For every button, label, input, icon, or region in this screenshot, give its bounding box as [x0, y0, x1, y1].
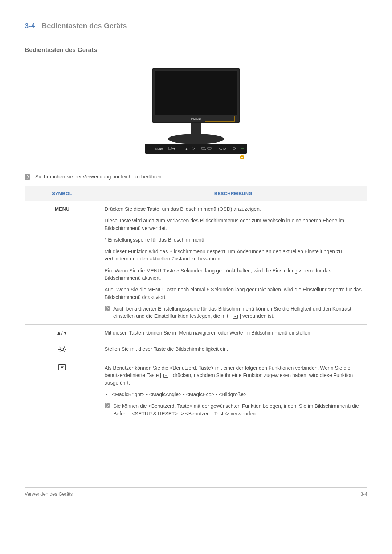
svg-rect-6 — [191, 123, 201, 137]
svg-rect-1 — [155, 71, 237, 115]
sub-heading: Bedientasten des Geräts — [25, 46, 367, 54]
monitor-figure: SAMSUNG MENU /▼ ▲ / / AUTO A — [25, 65, 367, 160]
th-description: BESCHREIBUNG — [99, 186, 367, 201]
svg-text:A: A — [241, 156, 243, 159]
menu-p4: Mit dieser Funktion wird das Bildschirmm… — [105, 248, 362, 263]
desc-brightness: Stellen Sie mit dieser Taste die Bildsch… — [99, 341, 367, 360]
custom-bullet-text: <MagicBright> - <MagicAngle> - <MagicEco… — [112, 391, 246, 398]
section-header: 3-4 Bedientasten des Geräts — [25, 22, 367, 33]
desc-menu: Drücken Sie diese Taste, um das Bildschi… — [99, 201, 367, 325]
table-row: Stellen Sie mit dieser Taste die Bildsch… — [25, 341, 367, 360]
svg-line-32 — [60, 351, 60, 352]
brightness-icon — [58, 345, 66, 353]
menu-note: Auch bei aktivierter Einstellungssperre … — [105, 305, 362, 320]
note-icon — [105, 403, 110, 408]
symbol-arrows: ▲/▼ — [25, 324, 99, 341]
svg-line-30 — [60, 347, 60, 348]
custom-p1: Als Benutzer können Sie die <Benutzerd. … — [105, 364, 362, 386]
svg-text:AUTO: AUTO — [219, 148, 226, 150]
desc-arrows: Mit diesen Tasten können Sie im Menü nav… — [99, 324, 367, 341]
menu-note-a: Auch bei aktivierter Einstellungssperre … — [113, 306, 351, 319]
arrows-p1: Mit diesen Tasten können Sie im Menü nav… — [105, 329, 362, 336]
custom-key-icon — [233, 315, 238, 319]
menu-p6: Aus: Wenn Sie die MENU-Taste noch einmal… — [105, 286, 362, 301]
custom-note-text: Sie können die <Benutzerd. Taste> mit de… — [113, 402, 362, 417]
monitor-illustration: SAMSUNG MENU /▼ ▲ / / AUTO A — [131, 65, 261, 159]
bullet-icon — [106, 394, 107, 395]
svg-text:MENU: MENU — [155, 148, 163, 150]
menu-p3: * Einstellungssperre für das Bildschirmm… — [105, 236, 362, 243]
symbol-menu: MENU — [25, 201, 99, 325]
bright-p1: Stellen Sie mit dieser Taste die Bildsch… — [105, 345, 362, 353]
custom-note: Sie können die <Benutzerd. Taste> mit de… — [105, 402, 362, 417]
symbol-custom-key — [25, 360, 99, 422]
monitor-brand: SAMSUNG — [191, 118, 202, 120]
custom-key-icon — [163, 374, 168, 378]
symbol-brightness — [25, 341, 99, 360]
menu-note-b: ] verbunden ist. — [240, 313, 274, 319]
section-title: Bedientasten des Geräts — [42, 22, 127, 30]
footer-left: Verwenden des Geräts — [25, 491, 73, 497]
svg-text:/▼: /▼ — [172, 147, 176, 151]
usage-note-text: Sie brauchen sie bei Verwendung nur leic… — [35, 174, 163, 180]
table-row: Als Benutzer können Sie die <Benutzerd. … — [25, 360, 367, 422]
footer-right: 3-4 — [360, 491, 367, 497]
svg-line-31 — [64, 351, 65, 352]
menu-p2: Diese Taste wird auch zum Verlassen des … — [105, 217, 362, 232]
custom-bullet: <MagicBright> - <MagicAngle> - <MagicEco… — [105, 391, 362, 398]
note-icon — [25, 174, 30, 180]
note-icon — [105, 306, 110, 311]
th-symbol: SYMBOL — [25, 186, 99, 201]
page-footer: Verwenden des Geräts 3-4 — [25, 487, 367, 497]
svg-line-33 — [64, 347, 65, 348]
controls-table: SYMBOL BESCHREIBUNG MENU Drücken Sie die… — [25, 186, 367, 422]
svg-point-25 — [61, 348, 64, 351]
usage-note: Sie brauchen sie bei Verwendung nur leic… — [25, 174, 367, 180]
table-row: ▲/▼ Mit diesen Tasten können Sie im Menü… — [25, 324, 367, 341]
table-row: MENU Drücken Sie diese Taste, um das Bil… — [25, 201, 367, 325]
svg-rect-19 — [241, 148, 244, 149]
custom-key-icon — [58, 364, 66, 370]
menu-p1: Drücken Sie diese Taste, um das Bildschi… — [105, 205, 362, 213]
desc-custom-key: Als Benutzer können Sie die <Benutzerd. … — [99, 360, 367, 422]
svg-text:▲ /: ▲ / — [185, 147, 190, 151]
menu-p5: Ein: Wenn Sie die MENU-Taste 5 Sekunden … — [105, 267, 362, 282]
section-number: 3-4 — [25, 22, 35, 30]
